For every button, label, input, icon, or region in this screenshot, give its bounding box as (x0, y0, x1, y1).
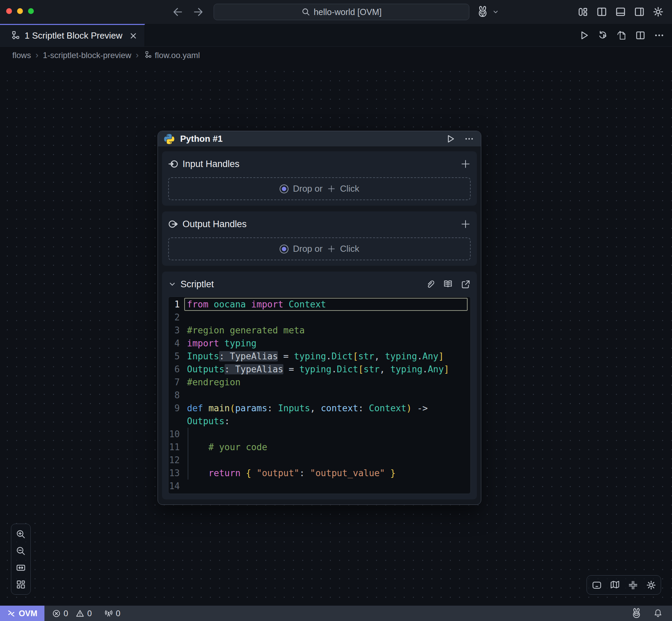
back-icon[interactable] (172, 6, 184, 18)
input-handle-icon (168, 159, 178, 169)
output-handles-section: Output Handles Drop or Click (162, 211, 477, 266)
minimap-icon[interactable] (610, 580, 620, 590)
assistant-mascot-icon (476, 5, 489, 19)
code-line: 10 (169, 428, 468, 441)
remote-label: OVM (19, 609, 38, 618)
search-text: hello-world [OVM] (314, 7, 382, 17)
rerun-icon[interactable] (597, 30, 608, 41)
dropzone-text: Drop or (293, 183, 323, 194)
layout-components-icon[interactable] (577, 6, 589, 17)
code-line: 13 return { "output": "output_value" } (169, 467, 468, 480)
dropzone-text: Click (340, 244, 359, 254)
canvas-view-toolbar (587, 575, 661, 595)
problems-warnings[interactable]: 0 (76, 609, 92, 618)
add-input-handle-button[interactable] (460, 159, 471, 169)
code-text: import typing (184, 337, 468, 350)
output-dropzone[interactable]: Drop or Click (168, 237, 471, 260)
maximize-window-button[interactable] (28, 8, 34, 14)
code-text: Outputs: TypeAlias = typing.Dict[str, ty… (184, 363, 468, 376)
code-line: Outputs: (169, 415, 468, 428)
ports-count: 0 (116, 609, 120, 618)
line-number: 6 (169, 363, 184, 376)
close-window-button[interactable] (6, 8, 12, 14)
attach-icon[interactable] (425, 279, 435, 289)
tab-scriptlet-block-preview[interactable]: 1 Scriptlet Block Preview (0, 24, 145, 46)
status-bar: OVM 0 0 0 (0, 606, 672, 621)
panel-right-icon[interactable] (634, 6, 645, 17)
minimize-window-button[interactable] (17, 8, 23, 14)
split-editor-icon[interactable] (635, 30, 646, 41)
canvas-zoom-toolbar (11, 524, 31, 595)
remote-indicator[interactable]: OVM (0, 606, 44, 621)
problems-errors[interactable]: 0 (52, 609, 68, 618)
flow-icon (10, 31, 20, 41)
node-header[interactable]: Python #1 (158, 131, 481, 147)
line-number: 4 (169, 337, 184, 350)
code-text: def main(params: Inputs, context: Contex… (184, 402, 468, 415)
add-output-handle-button[interactable] (460, 219, 471, 229)
forward-icon[interactable] (192, 6, 204, 18)
warning-count: 0 (87, 609, 92, 618)
zoom-out-icon[interactable] (16, 546, 26, 556)
run-node-icon[interactable] (445, 134, 455, 144)
zoom-in-icon[interactable] (16, 529, 26, 539)
auto-layout-icon[interactable] (16, 579, 26, 590)
line-number: 9 (169, 402, 184, 415)
code-text (184, 311, 468, 324)
flow-icon (143, 51, 152, 59)
editor-actions (579, 24, 672, 46)
handle-radio-icon (280, 184, 288, 193)
open-external-icon[interactable] (461, 279, 471, 289)
assistant-mascot-icon[interactable] (630, 607, 643, 620)
code-line: 11 # your code (169, 441, 468, 454)
code-text: #endregion (184, 376, 468, 389)
breadcrumb-item-file[interactable]: flow.oo.yaml (143, 51, 200, 60)
code-text (184, 428, 468, 441)
node-card-python-1[interactable]: Python #1 Input Handles Drop o (158, 131, 481, 505)
console-panel-icon[interactable] (592, 580, 602, 590)
assistant-menu[interactable] (476, 5, 499, 19)
fit-view-icon[interactable] (16, 563, 26, 573)
code-editor[interactable]: 1from oocana import Context23#region gen… (168, 296, 471, 494)
settings-gear-icon[interactable] (653, 6, 664, 17)
command-search-input[interactable]: hello-world [OVM] (214, 4, 469, 20)
code-text: return { "output": "output_value" } (184, 467, 468, 480)
flow-canvas[interactable]: Python #1 Input Handles Drop o (0, 64, 672, 606)
line-number: 11 (169, 441, 184, 454)
code-text (184, 389, 468, 402)
code-line: 3#region generated meta (169, 324, 468, 337)
line-number: 3 (169, 324, 184, 337)
more-actions-icon[interactable] (654, 30, 664, 41)
docs-book-icon[interactable] (443, 279, 453, 289)
notifications-bell-icon[interactable] (653, 608, 663, 619)
panel-bottom-icon[interactable] (615, 6, 626, 17)
tab-title: 1 Scriptlet Block Preview (25, 30, 124, 41)
python-logo-icon (163, 133, 175, 145)
canvas-settings-gear-icon[interactable] (646, 580, 656, 590)
remote-icon (7, 609, 15, 618)
center-view-icon[interactable] (628, 580, 638, 590)
forwarded-ports[interactable]: 0 (104, 609, 120, 618)
warning-icon (76, 609, 84, 618)
code-line: 9def main(params: Inputs, context: Conte… (169, 402, 468, 415)
split-panel-left-icon[interactable] (596, 6, 607, 17)
node-more-icon[interactable] (464, 134, 474, 144)
breadcrumb-item-folder[interactable]: 1-scriptlet-block-preview (43, 51, 131, 60)
code-line: 7#endregion (169, 376, 468, 389)
line-number: 1 (169, 298, 184, 311)
open-file-preview-icon[interactable] (616, 30, 627, 41)
run-icon[interactable] (579, 30, 589, 41)
close-tab-icon[interactable] (129, 31, 138, 40)
code-text: Inputs: TypeAlias = typing.Dict[str, typ… (184, 350, 468, 363)
collapse-chevron-icon[interactable] (168, 280, 176, 288)
line-number: 14 (169, 480, 184, 493)
breadcrumb-item-flows[interactable]: flows (12, 51, 31, 60)
code-line: 6Outputs: TypeAlias = typing.Dict[str, t… (169, 363, 468, 376)
input-handles-section: Input Handles Drop or Click (162, 151, 477, 206)
broadcast-icon (104, 609, 113, 618)
input-dropzone[interactable]: Drop or Click (168, 177, 471, 200)
dropzone-text: Drop or (293, 244, 323, 254)
code-line: 4import typing (169, 337, 468, 350)
code-line: 1from oocana import Context (169, 298, 468, 311)
tab-bar: 1 Scriptlet Block Preview (0, 24, 672, 47)
